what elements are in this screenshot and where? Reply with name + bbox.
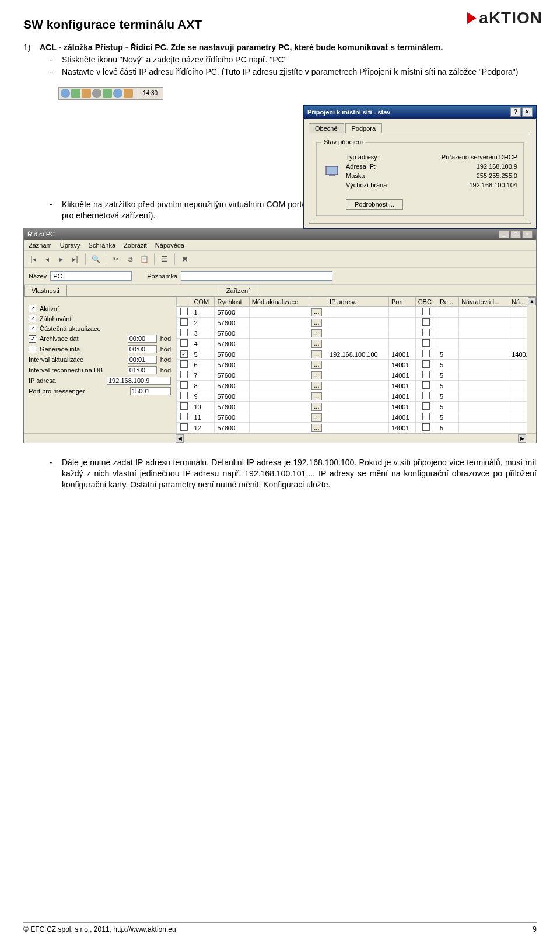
grid-checkbox[interactable] <box>180 371 188 378</box>
toolbar-delete-icon[interactable]: ✖ <box>179 253 191 265</box>
grid-checkbox[interactable] <box>180 329 188 336</box>
menu-item[interactable]: Záznam <box>29 242 52 249</box>
dialog-tab-general[interactable]: Obecné <box>309 123 344 133</box>
table-row[interactable]: 357600... <box>177 328 536 339</box>
checkbox[interactable]: ✓ <box>29 315 36 322</box>
grid-checkbox[interactable] <box>422 371 430 378</box>
grid-checkbox[interactable] <box>422 381 430 389</box>
grid-header[interactable]: COM <box>191 297 215 307</box>
grid-checkbox[interactable] <box>180 423 188 431</box>
scroll-right-icon[interactable]: ▶ <box>518 434 526 443</box>
table-row[interactable]: 257600... <box>177 318 536 328</box>
menu-item[interactable]: Úpravy <box>60 242 80 249</box>
toolbar-search-icon[interactable]: 🔍 <box>90 253 102 265</box>
ellipsis-button[interactable]: ... <box>312 424 322 432</box>
grid-checkbox[interactable] <box>180 360 188 368</box>
grid-header[interactable]: CBC <box>415 297 437 307</box>
table-row[interactable]: 157600... <box>177 307 536 318</box>
grid-header[interactable] <box>177 297 191 307</box>
toolbar-last-icon[interactable]: ▸| <box>69 253 81 265</box>
menu-item[interactable]: Nápověda <box>155 242 184 249</box>
maximize-button[interactable]: □ <box>510 230 521 238</box>
ellipsis-button[interactable]: ... <box>312 413 322 422</box>
grid-checkbox[interactable] <box>422 308 430 315</box>
table-row[interactable]: 757600...140015 <box>177 370 536 381</box>
horizontal-scrollbar[interactable]: ◀ ▶ <box>24 433 536 443</box>
grid-checkbox[interactable] <box>180 381 188 389</box>
port-input[interactable] <box>130 387 171 395</box>
grid-checkbox[interactable] <box>422 413 430 420</box>
toolbar-next-icon[interactable]: ▸ <box>55 253 67 265</box>
grid-header[interactable]: Rychlost <box>215 297 249 307</box>
grid-checkbox[interactable] <box>422 339 430 347</box>
table-row[interactable]: ✓557600...192.168.100.10014001514002 <box>177 349 536 360</box>
prop-input[interactable] <box>128 366 157 374</box>
grid-header[interactable]: Mód aktualizace <box>249 297 309 307</box>
toolbar-list-icon[interactable]: ☰ <box>159 253 170 265</box>
grid-header[interactable]: IP adresa <box>327 297 389 307</box>
prop-input[interactable] <box>128 356 157 364</box>
table-row[interactable]: 957600...140015 <box>177 391 536 402</box>
ellipsis-button[interactable]: ... <box>312 403 322 411</box>
scroll-left-icon[interactable]: ◀ <box>176 434 184 443</box>
table-row[interactable]: 857600...140015 <box>177 381 536 391</box>
menu-item[interactable]: Schránka <box>89 242 116 249</box>
prop-input[interactable] <box>128 345 157 353</box>
table-row[interactable]: 657600...140015 <box>177 360 536 370</box>
grid-checkbox[interactable] <box>180 402 188 410</box>
ellipsis-button[interactable]: ... <box>312 361 322 369</box>
tab-vlastnosti[interactable]: Vlastnosti <box>24 285 67 296</box>
grid-checkbox[interactable] <box>422 360 430 368</box>
grid-header[interactable]: Port <box>388 297 415 307</box>
toolbar-cut-icon[interactable]: ✂ <box>110 253 122 265</box>
grid-checkbox[interactable] <box>180 413 188 420</box>
table-row[interactable]: 1157600...140015 <box>177 412 536 423</box>
ellipsis-button[interactable]: ... <box>312 371 322 379</box>
vertical-scrollbar[interactable]: ▲ <box>527 297 536 433</box>
grid-header[interactable]: Návratová I... <box>459 297 509 307</box>
toolbar-paste-icon[interactable]: 📋 <box>138 253 150 265</box>
grid-checkbox[interactable] <box>422 392 430 399</box>
tab-zarizeni[interactable]: Zařízení <box>219 285 257 296</box>
grid-checkbox[interactable]: ✓ <box>180 350 188 358</box>
grid-header[interactable] <box>309 297 327 307</box>
table-row[interactable]: 1057600...140015 <box>177 402 536 412</box>
devices-grid[interactable]: COMRychlostMód aktualizaceIP adresaPortC… <box>176 297 536 433</box>
toolbar-prev-icon[interactable]: ◂ <box>41 253 53 265</box>
grid-header[interactable]: Re... <box>437 297 459 307</box>
note-input[interactable] <box>181 271 332 281</box>
dialog-help-button[interactable]: ? <box>510 107 521 117</box>
checkbox[interactable]: ✓ <box>29 325 36 332</box>
details-button[interactable]: Podrobnosti... <box>346 199 403 210</box>
ellipsis-button[interactable]: ... <box>312 340 322 348</box>
table-row[interactable]: 457600... <box>177 339 536 349</box>
ellipsis-button[interactable]: ... <box>312 392 322 400</box>
ellipsis-button[interactable]: ... <box>312 350 322 358</box>
table-row[interactable]: 1257600...140015 <box>177 423 536 433</box>
minimize-button[interactable]: _ <box>499 230 509 238</box>
ellipsis-button[interactable]: ... <box>312 329 322 337</box>
checkbox[interactable]: ✓ <box>29 305 36 312</box>
grid-checkbox[interactable] <box>422 329 430 336</box>
toolbar-copy-icon[interactable]: ⧉ <box>124 253 136 265</box>
grid-checkbox[interactable] <box>422 350 430 357</box>
dialog-tab-support[interactable]: Podpora <box>345 123 383 133</box>
name-input[interactable] <box>50 271 132 281</box>
toolbar-first-icon[interactable]: |◂ <box>27 253 39 265</box>
grid-checkbox[interactable] <box>180 392 188 399</box>
grid-checkbox[interactable] <box>180 339 188 347</box>
checkbox[interactable]: ✓ <box>29 335 36 343</box>
ellipsis-button[interactable]: ... <box>312 319 322 327</box>
checkbox[interactable] <box>29 346 36 353</box>
dialog-close-button[interactable]: × <box>522 107 533 117</box>
grid-checkbox[interactable] <box>422 423 430 431</box>
grid-checkbox[interactable] <box>180 318 188 326</box>
scroll-up-icon[interactable]: ▲ <box>528 297 536 305</box>
grid-checkbox[interactable] <box>180 308 188 315</box>
menu-item[interactable]: Zobrazit <box>124 242 147 249</box>
ip-input[interactable] <box>107 377 171 385</box>
ellipsis-button[interactable]: ... <box>312 308 322 316</box>
prop-input[interactable] <box>128 335 157 343</box>
close-button[interactable]: × <box>522 230 533 238</box>
grid-checkbox[interactable] <box>422 318 430 326</box>
